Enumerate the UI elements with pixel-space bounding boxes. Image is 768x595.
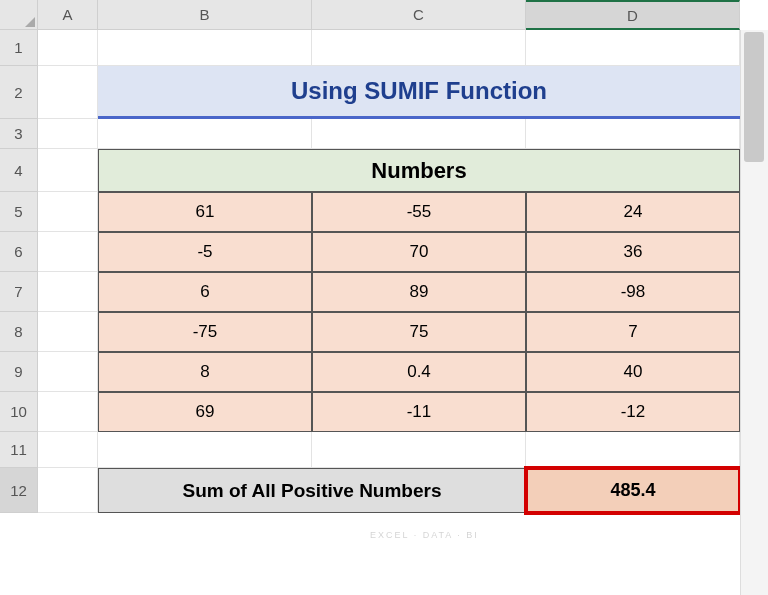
cell-D1[interactable] <box>526 30 740 66</box>
row-header-3[interactable]: 3 <box>0 119 38 149</box>
row-header-5[interactable]: 5 <box>0 192 38 232</box>
cell-D5[interactable]: 24 <box>526 192 740 232</box>
cell-C7[interactable]: 89 <box>312 272 526 312</box>
row-header-11[interactable]: 11 <box>0 432 38 468</box>
select-all-corner[interactable] <box>0 0 38 30</box>
cell-A4[interactable] <box>38 149 98 192</box>
cell-B8[interactable]: -75 <box>98 312 312 352</box>
vertical-scrollbar[interactable] <box>740 30 768 595</box>
title-cell[interactable]: Using SUMIF Function <box>98 66 740 119</box>
cell-C3[interactable] <box>312 119 526 149</box>
cell-B1[interactable] <box>98 30 312 66</box>
scrollbar-thumb[interactable] <box>744 32 764 162</box>
row-header-7[interactable]: 7 <box>0 272 38 312</box>
cell-C5[interactable]: -55 <box>312 192 526 232</box>
cell-B11[interactable] <box>98 432 312 468</box>
cell-C1[interactable] <box>312 30 526 66</box>
sum-value-cell[interactable]: 485.4 <box>526 468 740 513</box>
row-header-10[interactable]: 10 <box>0 392 38 432</box>
cell-B3[interactable] <box>98 119 312 149</box>
cell-A5[interactable] <box>38 192 98 232</box>
cell-A10[interactable] <box>38 392 98 432</box>
cell-A12[interactable] <box>38 468 98 513</box>
cell-A11[interactable] <box>38 432 98 468</box>
cell-B10[interactable]: 69 <box>98 392 312 432</box>
cell-D7[interactable]: -98 <box>526 272 740 312</box>
cell-B6[interactable]: -5 <box>98 232 312 272</box>
cell-D10[interactable]: -12 <box>526 392 740 432</box>
cell-D6[interactable]: 36 <box>526 232 740 272</box>
table-header[interactable]: Numbers <box>98 149 740 192</box>
row-header-8[interactable]: 8 <box>0 312 38 352</box>
row-header-2[interactable]: 2 <box>0 66 38 119</box>
cell-A3[interactable] <box>38 119 98 149</box>
sum-label-cell[interactable]: Sum of All Positive Numbers <box>98 468 526 513</box>
cell-A8[interactable] <box>38 312 98 352</box>
cell-A9[interactable] <box>38 352 98 392</box>
cell-C9[interactable]: 0.4 <box>312 352 526 392</box>
cell-A6[interactable] <box>38 232 98 272</box>
cell-D8[interactable]: 7 <box>526 312 740 352</box>
cell-C10[interactable]: -11 <box>312 392 526 432</box>
row-header-9[interactable]: 9 <box>0 352 38 392</box>
row-header-1[interactable]: 1 <box>0 30 38 66</box>
row-header-6[interactable]: 6 <box>0 232 38 272</box>
cell-D9[interactable]: 40 <box>526 352 740 392</box>
cell-C8[interactable]: 75 <box>312 312 526 352</box>
cell-A2[interactable] <box>38 66 98 119</box>
cell-B9[interactable]: 8 <box>98 352 312 392</box>
col-header-B[interactable]: B <box>98 0 312 30</box>
cell-D11[interactable] <box>526 432 740 468</box>
row-header-4[interactable]: 4 <box>0 149 38 192</box>
spreadsheet-grid: A B C D 1 2 Using SUMIF Function 3 4 Num… <box>0 0 740 513</box>
cell-A7[interactable] <box>38 272 98 312</box>
col-header-C[interactable]: C <box>312 0 526 30</box>
cell-A1[interactable] <box>38 30 98 66</box>
cell-B5[interactable]: 61 <box>98 192 312 232</box>
cell-C11[interactable] <box>312 432 526 468</box>
row-header-12[interactable]: 12 <box>0 468 38 513</box>
col-header-A[interactable]: A <box>38 0 98 30</box>
cell-C6[interactable]: 70 <box>312 232 526 272</box>
page-title: Using SUMIF Function <box>291 77 547 105</box>
cell-D3[interactable] <box>526 119 740 149</box>
cell-B7[interactable]: 6 <box>98 272 312 312</box>
watermark: EXCEL · DATA · BI <box>370 530 479 541</box>
col-header-D[interactable]: D <box>526 0 740 30</box>
